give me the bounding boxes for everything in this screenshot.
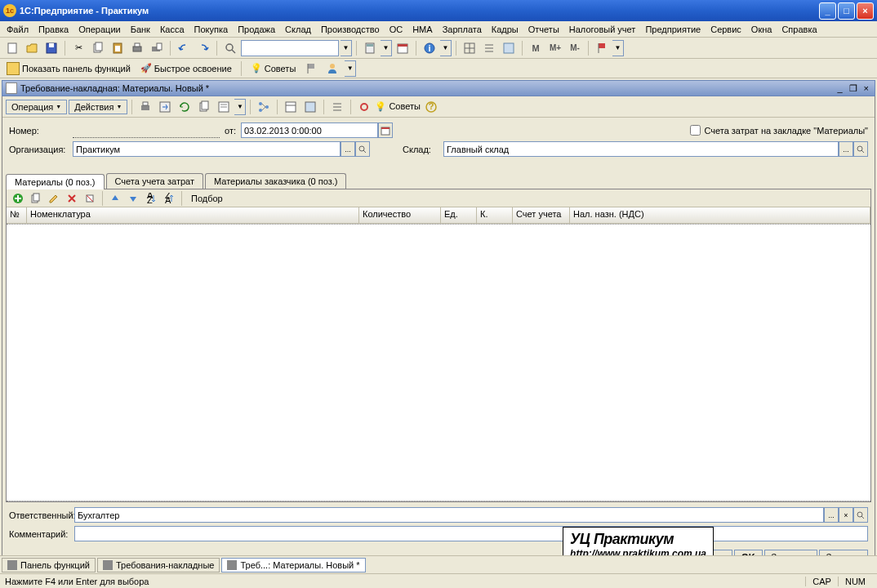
- close-button[interactable]: ×: [857, 2, 874, 20]
- costs-tab-checkbox[interactable]: [690, 125, 701, 136]
- task-current[interactable]: Треб...: Материалы. Новый *: [221, 558, 365, 572]
- grid-down-icon[interactable]: [125, 191, 141, 206]
- menu-sale[interactable]: Продажа: [233, 23, 280, 36]
- warehouse-input[interactable]: [443, 141, 839, 157]
- date-input[interactable]: [241, 122, 378, 138]
- doc-restore-icon[interactable]: ❐: [847, 83, 860, 94]
- org-select-button[interactable]: ...: [341, 141, 355, 157]
- doc-settings-icon[interactable]: [355, 98, 373, 116]
- menu-bank[interactable]: Банк: [126, 23, 155, 36]
- menu-help[interactable]: Справка: [777, 23, 821, 36]
- warehouse-select-button[interactable]: ...: [839, 141, 853, 157]
- doc-structure-icon[interactable]: [255, 98, 273, 116]
- doc-close-icon[interactable]: ×: [861, 83, 871, 93]
- minimize-button[interactable]: _: [819, 2, 836, 20]
- flag-icon[interactable]: [593, 39, 611, 57]
- doc-view1-icon[interactable]: [282, 98, 300, 116]
- print-icon[interactable]: [128, 39, 146, 57]
- grid-sort-desc-icon[interactable]: ZA: [161, 191, 177, 206]
- menu-operations[interactable]: Операции: [73, 23, 125, 36]
- tab-materials[interactable]: Материалы (0 поз.): [6, 174, 105, 189]
- col-account[interactable]: Счет учета: [513, 207, 570, 223]
- grid-icon[interactable]: [461, 39, 479, 57]
- doc-view2-icon[interactable]: [301, 98, 319, 116]
- col-quantity[interactable]: Количество: [359, 207, 441, 223]
- menu-cash[interactable]: Касса: [155, 23, 189, 36]
- col-vat[interactable]: Нал. назн. (НДС): [570, 207, 870, 223]
- m-minus-icon[interactable]: M-: [566, 39, 584, 57]
- task-requirements[interactable]: Требования-накладные: [97, 558, 220, 572]
- doc-help-icon[interactable]: ?: [422, 98, 440, 116]
- open-icon[interactable]: [23, 39, 41, 57]
- org-input[interactable]: [73, 141, 341, 157]
- redo-icon[interactable]: [194, 39, 212, 57]
- new-doc-icon[interactable]: [3, 39, 21, 57]
- operation-dropdown[interactable]: Операция▼: [6, 100, 67, 114]
- org-open-button[interactable]: [355, 141, 370, 157]
- grid-body[interactable]: [7, 224, 870, 501]
- quick-start-button[interactable]: 🚀 Быстрое освоение: [137, 61, 235, 75]
- menu-salary[interactable]: Зарплата: [438, 23, 487, 36]
- menu-reports[interactable]: Отчеты: [523, 23, 564, 36]
- help-dropdown[interactable]: ▼: [440, 40, 452, 56]
- doc-copy-icon[interactable]: [195, 98, 213, 116]
- number-input[interactable]: [73, 123, 220, 138]
- cut-icon[interactable]: ✂: [69, 39, 87, 57]
- search-dropdown[interactable]: ▼: [341, 40, 352, 56]
- menu-purchase[interactable]: Покупка: [189, 23, 234, 36]
- doc-tips-button[interactable]: 💡 Советы: [375, 101, 421, 112]
- show-panel-button[interactable]: Показать панель функций: [3, 60, 134, 77]
- responsible-clear-button[interactable]: ×: [839, 507, 853, 523]
- grid-copy-icon[interactable]: [28, 191, 44, 206]
- menu-warehouse[interactable]: Склад: [280, 23, 316, 36]
- doc-basis-icon[interactable]: [215, 98, 233, 116]
- grid-selection-button[interactable]: Подбор: [186, 192, 228, 205]
- calculator-icon[interactable]: [361, 39, 379, 57]
- doc-basis-dropdown[interactable]: ▼: [234, 99, 246, 115]
- responsible-input[interactable]: [74, 507, 824, 523]
- tab-cost-accounts[interactable]: Счета учета затрат: [106, 173, 203, 189]
- grid-clear-icon[interactable]: [82, 191, 98, 206]
- print-preview-icon[interactable]: [148, 39, 166, 57]
- grid-up-icon[interactable]: [107, 191, 123, 206]
- form-icon[interactable]: [500, 39, 518, 57]
- m-plus-icon[interactable]: M+: [546, 39, 564, 57]
- calendar-icon[interactable]: [394, 39, 412, 57]
- undo-icon[interactable]: [175, 39, 193, 57]
- find-icon[interactable]: [221, 39, 239, 57]
- maximize-button[interactable]: □: [838, 2, 855, 20]
- list-icon[interactable]: [480, 39, 498, 57]
- search-field[interactable]: [241, 40, 339, 56]
- col-nomenclature[interactable]: Номенклатура: [27, 207, 359, 223]
- menu-windows[interactable]: Окна: [746, 23, 777, 36]
- doc-list-icon[interactable]: [328, 98, 346, 116]
- doc-print-icon[interactable]: [136, 98, 154, 116]
- menu-enterprise[interactable]: Предприятие: [640, 23, 706, 36]
- tab-customer-materials[interactable]: Материалы заказчика (0 поз.): [205, 173, 347, 189]
- doc-minimize-icon[interactable]: _: [835, 83, 844, 93]
- menu-service[interactable]: Сервис: [706, 23, 746, 36]
- grid-add-icon[interactable]: [10, 191, 26, 206]
- col-k[interactable]: К.: [477, 207, 513, 223]
- actions-dropdown[interactable]: Действия▼: [69, 100, 127, 114]
- copy-icon[interactable]: [89, 39, 107, 57]
- grid-edit-icon[interactable]: [46, 191, 62, 206]
- calc-dropdown[interactable]: ▼: [381, 40, 392, 56]
- menu-os[interactable]: ОС: [385, 23, 408, 36]
- menu-nma[interactable]: НМА: [407, 23, 437, 36]
- flag2-icon[interactable]: [302, 60, 320, 78]
- comment-input[interactable]: [74, 526, 868, 541]
- responsible-select-button[interactable]: ...: [824, 507, 839, 523]
- user-icon[interactable]: [323, 60, 341, 78]
- col-unit[interactable]: Ед.: [441, 207, 477, 223]
- responsible-open-button[interactable]: [853, 507, 868, 523]
- menu-edit[interactable]: Правка: [33, 23, 73, 36]
- col-num[interactable]: №: [7, 207, 27, 223]
- menu-tax[interactable]: Налоговый учет: [564, 23, 641, 36]
- grid-delete-icon[interactable]: [64, 191, 80, 206]
- calendar-picker-icon[interactable]: [378, 122, 393, 138]
- user-dropdown[interactable]: ▼: [345, 60, 356, 77]
- m-icon[interactable]: M: [527, 39, 545, 57]
- warehouse-open-button[interactable]: [853, 141, 868, 157]
- help-icon[interactable]: i: [421, 39, 438, 57]
